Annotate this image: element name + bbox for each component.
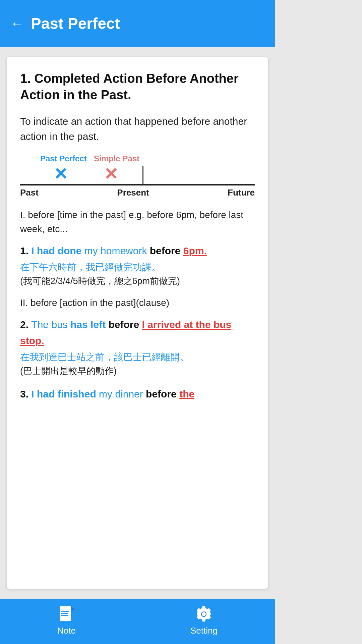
back-button[interactable]: ←	[10, 15, 24, 32]
timeline-label-pp: Past Perfect	[40, 154, 87, 163]
timeline-past: Past	[20, 187, 39, 198]
timeline-present: Present	[117, 187, 149, 198]
timeline-label-sp: Simple Past	[94, 154, 139, 163]
cross-sp: ✕	[104, 166, 118, 182]
example1-translation: 在下午六時前，我已經做完功課。	[20, 260, 255, 274]
gear-icon	[195, 605, 213, 623]
example3: 3. I had finished my dinner before the	[20, 386, 255, 402]
nav-setting[interactable]: Setting	[190, 605, 218, 636]
example3-number: 3.	[20, 388, 31, 399]
example3-blue-bold: I had finished	[31, 388, 96, 399]
note-icon	[58, 605, 75, 623]
example1-red: 6pm.	[183, 245, 207, 256]
example1-line: 1. I had done my homework before 6pm.	[20, 243, 255, 259]
timeline-future: Future	[228, 187, 255, 198]
header: ← Past Perfect	[0, 0, 275, 47]
cross-pp: ✕	[54, 166, 68, 182]
example2-line: 2. The bus has left before I arrived at …	[20, 317, 255, 349]
nav-note[interactable]: Note	[57, 605, 76, 636]
example1-number: 1.	[20, 245, 31, 256]
timeline-pf-labels: Past Present Future	[20, 187, 255, 198]
timeline-present-line	[142, 166, 143, 184]
example3-blue: my dinner	[96, 388, 146, 399]
example2-blue-bold: has left	[70, 319, 108, 330]
example1-blue: my homework	[81, 245, 149, 256]
example1-before: before	[150, 245, 183, 256]
example2-note: (巴士開出是較早的動作)	[20, 364, 255, 378]
nav-setting-label: Setting	[190, 626, 218, 636]
example2-blue: The bus	[31, 319, 70, 330]
section1-desc: To indicate an action that happened befo…	[20, 114, 255, 144]
bottom-nav: Note Setting	[0, 599, 275, 644]
subsection2-label: II. before [action in the past](clause)	[20, 296, 255, 310]
timeline: Past Perfect Simple Past ✕ ✕ Past Presen…	[20, 154, 255, 198]
section1-title: 1. Completed Action Before Another Actio…	[20, 70, 255, 104]
page-title: Past Perfect	[31, 14, 120, 33]
example1-note: (我可能2/3/4/5時做完，總之6pm前做完)	[20, 274, 255, 288]
example1-blue-bold: I had done	[31, 245, 81, 256]
example3-line: 3. I had finished my dinner before the	[20, 386, 255, 402]
subsection1-label: I. before [time in the past] e.g. before…	[20, 208, 255, 236]
timeline-crosses: ✕ ✕	[20, 164, 255, 184]
svg-rect-3	[61, 613, 68, 614]
svg-rect-4	[61, 615, 68, 616]
nav-note-label: Note	[57, 626, 76, 636]
svg-rect-2	[61, 611, 69, 612]
example1: 1. I had done my homework before 6pm. 在下…	[20, 243, 255, 288]
example2: 2. The bus has left before I arrived at …	[20, 317, 255, 378]
example2-before: before	[108, 319, 142, 330]
example3-before: before	[146, 388, 179, 399]
example3-red: the	[179, 388, 194, 399]
example2-number: 2.	[20, 319, 31, 330]
example2-translation: 在我到達巴士站之前，該巴士已經離開。	[20, 350, 255, 364]
svg-marker-1	[71, 606, 75, 610]
timeline-bar	[20, 184, 255, 185]
content-card: 1. Completed Action Before Another Actio…	[7, 57, 268, 589]
